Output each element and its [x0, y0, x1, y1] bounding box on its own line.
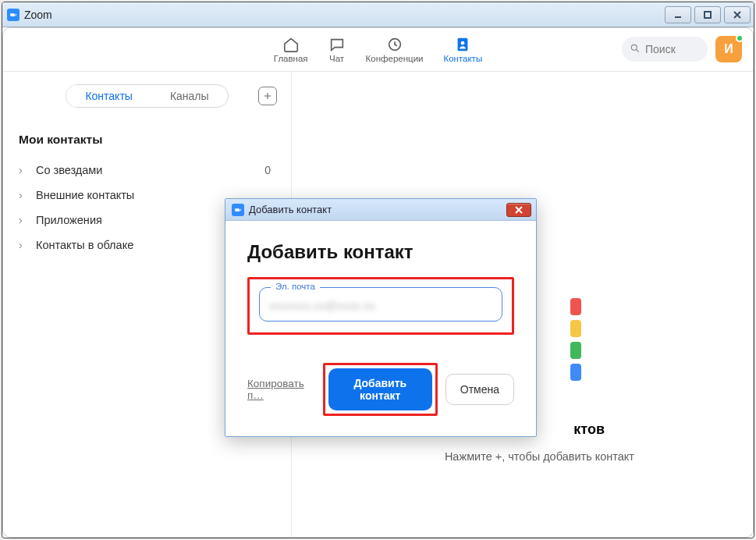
contacts-icon — [454, 36, 471, 53]
chevron-right-icon: › — [19, 164, 28, 176]
email-field-highlight: Эл. почта xxxxxxx.xx@xxxx.xx — [247, 277, 514, 335]
tab-contacts[interactable]: Контакты — [66, 85, 151, 107]
bg-heading-fragment: ктов — [573, 421, 605, 438]
svg-point-3 — [461, 41, 465, 45]
nav-contacts[interactable]: Контакты — [443, 36, 482, 63]
home-icon — [282, 36, 300, 53]
dialog-heading: Добавить контакт — [247, 241, 514, 263]
search-input[interactable]: Поиск — [622, 37, 708, 62]
email-field[interactable]: Эл. почта xxxxxxx.xx@xxxx.xx — [259, 287, 502, 322]
window-title: Zoom — [24, 9, 52, 21]
search-icon — [630, 43, 641, 56]
nav-home[interactable]: Главная — [274, 36, 308, 63]
add-contact-dialog: Добавить контакт Добавить контакт Эл. по… — [225, 198, 537, 437]
os-titlebar: Zoom — [2, 2, 754, 27]
section-title: Мои контакты — [12, 130, 282, 158]
chat-icon — [328, 36, 346, 53]
nav-contacts-label: Контакты — [443, 54, 482, 63]
dialog-title: Добавить контакт — [249, 204, 332, 215]
row-starred-count: 0 — [264, 164, 271, 176]
nav-chat[interactable]: Чат — [328, 36, 346, 63]
dialog-close-button[interactable] — [506, 203, 531, 217]
maximize-button[interactable] — [694, 6, 721, 23]
row-apps-label: Приложения — [36, 214, 102, 226]
search-placeholder: Поиск — [645, 43, 676, 55]
zoom-icon — [232, 204, 244, 216]
copy-invitation-link[interactable]: Копировать п… — [247, 378, 311, 401]
add-button[interactable] — [258, 87, 277, 105]
status-online-icon — [736, 34, 744, 42]
row-cloud-label: Контакты в облаке — [36, 239, 133, 251]
svg-rect-0 — [705, 12, 711, 18]
avatar-initial: И — [724, 42, 733, 56]
nav-chat-label: Чат — [329, 54, 344, 63]
zoom-icon — [7, 9, 20, 21]
chevron-right-icon: › — [19, 214, 28, 226]
dialog-titlebar: Добавить контакт — [225, 199, 536, 221]
row-starred-label: Со звездами — [36, 164, 102, 176]
nav-meetings-label: Конференции — [366, 54, 424, 63]
chevron-right-icon: › — [19, 239, 28, 251]
row-external-label: Внешние контакты — [36, 189, 134, 201]
svg-point-4 — [631, 44, 637, 50]
row-starred[interactable]: › Со звездами 0 — [12, 158, 282, 183]
email-field-label: Эл. почта — [271, 282, 320, 291]
empty-contacts-cta: Нажмите +, чтобы добавить контакт — [445, 450, 634, 463]
avatar[interactable]: И — [715, 36, 742, 62]
tab-channels[interactable]: Каналы — [151, 85, 228, 107]
clock-icon — [386, 36, 403, 53]
add-button-highlight: Добавить контакт — [323, 363, 438, 416]
add-contact-button[interactable]: Добавить контакт — [328, 368, 432, 410]
nav-meetings[interactable]: Конференции — [366, 36, 424, 63]
cancel-button[interactable]: Отмена — [445, 374, 514, 405]
minimize-button[interactable] — [665, 6, 691, 23]
close-button[interactable] — [724, 6, 751, 23]
chevron-right-icon: › — [19, 189, 28, 201]
nav-home-label: Главная — [274, 54, 308, 63]
email-field-value: xxxxxxx.xx@xxxx.xx — [269, 299, 375, 312]
decorative-color-stack — [570, 298, 581, 381]
